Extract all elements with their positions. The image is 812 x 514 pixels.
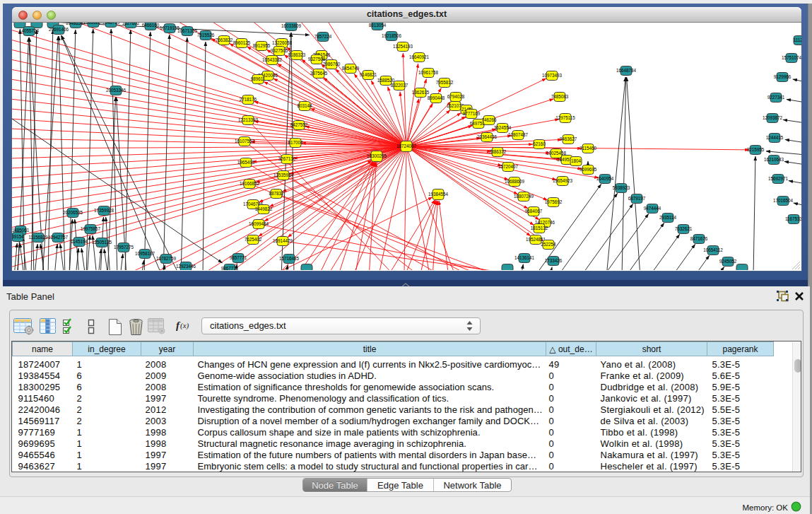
svg-text:1362615: 1362615	[412, 90, 430, 95]
svg-text:9699695: 9699695	[579, 167, 597, 172]
svg-text:10655287: 10655287	[83, 23, 104, 25]
svg-text:1449822: 1449822	[255, 206, 273, 211]
svg-text:7663822: 7663822	[216, 37, 233, 42]
svg-text:9474444: 9474444	[644, 206, 661, 211]
svg-text:16107552: 16107552	[235, 139, 255, 144]
svg-text:1804: 1804	[571, 158, 582, 163]
svg-text:8960125: 8960125	[233, 40, 251, 45]
svg-text:1527602: 1527602	[122, 23, 140, 25]
svg-text:1145194: 1145194	[71, 239, 88, 244]
svg-text:19654923: 19654923	[553, 178, 573, 183]
svg-text:2935114: 2935114	[659, 215, 677, 220]
svg-text:6794028: 6794028	[447, 94, 465, 99]
svg-text:17016504: 17016504	[773, 198, 794, 203]
svg-text:8427552: 8427552	[290, 122, 308, 127]
svg-text:20364436: 20364436	[477, 134, 498, 139]
svg-text:8471676: 8471676	[690, 236, 708, 241]
svg-text:18807249: 18807249	[514, 194, 534, 199]
svg-text:16782759: 16782759	[156, 256, 177, 261]
svg-text:3267130: 3267130	[278, 156, 296, 161]
svg-text:2718176: 2718176	[240, 97, 257, 102]
svg-text:10688609: 10688609	[505, 179, 525, 184]
svg-text:10973493: 10973493	[542, 73, 563, 78]
svg-text:9867771: 9867771	[221, 266, 239, 270]
svg-text:7625402: 7625402	[245, 237, 262, 242]
svg-text:16033809: 16033809	[281, 23, 302, 28]
svg-text:16543382: 16543382	[262, 57, 283, 62]
svg-text:14055724: 14055724	[19, 28, 40, 33]
svg-text:1975692: 1975692	[545, 199, 563, 204]
svg-text:15751074: 15751074	[782, 55, 801, 60]
svg-text:1965493: 1965493	[237, 160, 255, 165]
svg-text:62160: 62160	[533, 141, 546, 146]
svg-text:16648784: 16648784	[616, 68, 637, 73]
svg-text:10961758: 10961758	[418, 70, 439, 75]
svg-text:19218506: 19218506	[382, 33, 402, 38]
svg-text:16640921: 16640921	[409, 54, 430, 59]
svg-text:8912955: 8912955	[253, 43, 271, 48]
svg-text:13254193: 13254193	[393, 44, 413, 49]
svg-text:8215955: 8215955	[747, 147, 765, 152]
svg-text:12975115: 12975115	[555, 115, 575, 120]
svg-text:1640954: 1640954	[596, 176, 614, 181]
svg-text:9245052: 9245052	[719, 259, 737, 264]
svg-text:19166852: 19166852	[240, 181, 260, 186]
svg-text:10671355: 10671355	[177, 28, 198, 33]
svg-text:2986760: 2986760	[323, 62, 341, 66]
svg-text:12213393: 12213393	[238, 117, 259, 122]
svg-text:1588520: 1588520	[377, 78, 395, 83]
svg-text:9777169: 9777169	[463, 111, 481, 116]
svg-text:8186323: 8186323	[288, 52, 306, 57]
svg-text:10807487: 10807487	[508, 132, 529, 137]
svg-text:19975857: 19975857	[81, 226, 101, 231]
svg-text:8990448: 8990448	[428, 95, 445, 100]
svg-text:10958187: 10958187	[135, 251, 155, 256]
svg-text:803144: 803144	[297, 103, 312, 108]
svg-text:(x): (x)	[180, 321, 189, 330]
svg-text:20053346: 20053346	[106, 88, 126, 93]
svg-text:9146821: 9146821	[360, 72, 377, 77]
svg-text:7632621: 7632621	[675, 226, 693, 231]
svg-text:12505135: 12505135	[92, 240, 112, 245]
svg-text:9115460: 9115460	[579, 146, 597, 151]
svg-text:11125: 11125	[794, 37, 801, 42]
svg-text:18300295: 18300295	[367, 153, 387, 158]
svg-text:11156829: 11156829	[28, 235, 48, 240]
svg-text:15692971: 15692971	[768, 176, 789, 181]
svg-text:16210643: 16210643	[764, 157, 784, 162]
svg-text:3875645: 3875645	[310, 71, 328, 76]
svg-text:13535934: 13535934	[273, 173, 294, 177]
svg-text:18724007: 18724007	[396, 144, 417, 148]
svg-text:989611: 989611	[251, 76, 266, 81]
svg-text:252254: 252254	[541, 242, 556, 247]
svg-text:10654112: 10654112	[703, 247, 723, 252]
svg-text:7857224: 7857224	[314, 34, 332, 39]
svg-text:3624554: 3624554	[494, 125, 512, 130]
svg-text:17957275: 17957275	[114, 245, 134, 250]
svg-text:7485083: 7485083	[551, 94, 569, 99]
svg-text:16914479: 16914479	[273, 238, 293, 243]
svg-text:8322037: 8322037	[391, 83, 408, 88]
svg-text:7515526: 7515526	[197, 33, 215, 37]
svg-text:9227341: 9227341	[767, 95, 785, 100]
svg-text:746266: 746266	[481, 117, 497, 122]
svg-text:1733426: 1733426	[545, 258, 563, 263]
svg-text:817004: 817004	[288, 140, 303, 145]
svg-text:14136141: 14136141	[514, 255, 535, 260]
svg-text:19384554: 19384554	[428, 192, 449, 197]
svg-text:8813054: 8813054	[369, 23, 387, 28]
svg-text:9857771: 9857771	[230, 255, 247, 260]
svg-text:39154: 39154	[12, 234, 24, 239]
svg-text:5938923: 5938923	[613, 185, 630, 190]
svg-text:7955812: 7955812	[436, 80, 454, 85]
svg-text:12093872: 12093872	[763, 115, 783, 120]
svg-text:8454749: 8454749	[342, 66, 360, 71]
svg-text:13226058: 13226058	[272, 40, 293, 45]
svg-text:6879197: 6879197	[628, 196, 646, 201]
svg-text:15720407: 15720407	[498, 164, 519, 169]
svg-text:20206535: 20206535	[63, 210, 83, 215]
svg-text:1948719: 1948719	[102, 23, 120, 25]
svg-text:12942757: 12942757	[48, 235, 69, 240]
svg-text:1244415: 1244415	[766, 135, 784, 140]
svg-text:9327505: 9327505	[271, 48, 288, 53]
